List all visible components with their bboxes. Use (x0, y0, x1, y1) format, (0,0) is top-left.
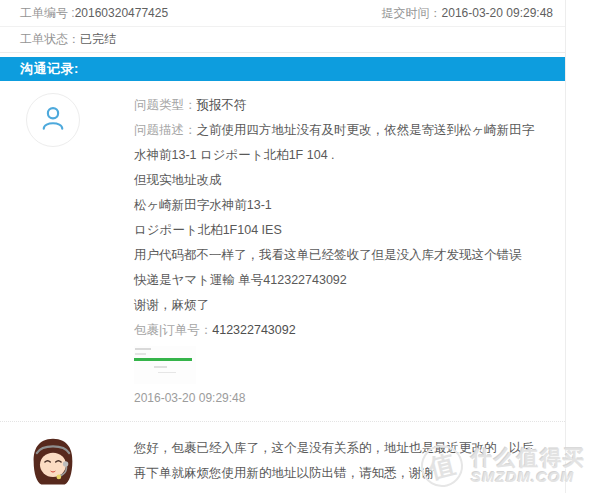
user-avatar (26, 93, 80, 147)
thumbnail-line (135, 353, 146, 355)
submit-time: 提交时间：2016-03-20 09:29:48 (382, 5, 553, 22)
order-status-label: 工单状态： (20, 32, 80, 46)
problem-desc-row: 问题描述：之前使用四方地址没有及时更改，依然是寄送到松ヶ崎新田字水神前13-1 … (134, 118, 543, 168)
message-text-line: ロジポート北柏1F104 IES (134, 218, 543, 243)
thumbnail-green-bar (134, 358, 192, 361)
message-text-line: 但现实地址改成 (134, 168, 543, 193)
message-text-line: 快递是ヤマト運輸 单号412322743092 (134, 268, 543, 293)
submit-time-label: 提交时间： (382, 6, 442, 20)
section-title: 沟通记录: (20, 61, 79, 76)
work-order-panel: 工单编号 :20160320477425 提交时间：2016-03-20 09:… (0, 0, 566, 493)
order-header-row: 工单编号 :20160320477425 提交时间：2016-03-20 09:… (0, 0, 565, 27)
person-icon (38, 103, 68, 137)
attachment-thumbnail[interactable] (134, 346, 196, 384)
agent-avatar (26, 436, 80, 490)
agent-message-body: 您好，包裹已经入库了，这个是没有关系的，地址也是最近更改的，以后再下单就麻烦您使… (134, 436, 565, 493)
thumbnail-line (135, 348, 151, 350)
problem-type-row: 问题类型：预报不符 (134, 93, 543, 118)
communication-log-title-bar: 沟通记录: (0, 57, 565, 81)
agent-message-text: 您好，包裹已经入库了，这个是没有关系的，地址也是最近更改的，以后再下单就麻烦您使… (134, 436, 543, 486)
user-message: 问题类型：预报不符 问题描述：之前使用四方地址没有及时更改，依然是寄送到松ヶ崎新… (0, 81, 565, 408)
problem-type-value: 预报不符 (197, 98, 247, 112)
thumbnail-line (154, 366, 167, 368)
order-status-value: 已完结 (80, 32, 116, 46)
problem-type-label: 问题类型： (134, 98, 197, 112)
message-text-line: 谢谢，麻烦了 (134, 293, 543, 318)
message-text-line: 松ヶ崎新田字水神前13-1 (134, 193, 543, 218)
package-order-row: 包裹|订单号：412322743092 (134, 318, 543, 343)
order-number-label: 工单编号 : (20, 6, 75, 20)
agent-avatar-column: kf22 (26, 436, 134, 493)
order-number-value: 20160320477425 (75, 6, 168, 20)
status-header-row: 工单状态：已完结 (0, 27, 565, 53)
submit-time-value: 2016-03-20 09:29:48 (442, 6, 553, 20)
problem-desc-label: 问题描述： (134, 123, 197, 137)
service-girl-icon (26, 476, 80, 493)
order-status: 工单状态：已完结 (20, 31, 116, 48)
user-avatar-column (26, 93, 134, 147)
thumbnail-line (158, 372, 176, 373)
package-order-label: 包裹|订单号： (134, 323, 212, 337)
order-number: 工单编号 :20160320477425 (20, 5, 168, 22)
message-text-line: 用户代码都不一样了，我看这单已经签收了但是没入库才发现这个错误 (134, 243, 543, 268)
user-message-body: 问题类型：预报不符 问题描述：之前使用四方地址没有及时更改，依然是寄送到松ヶ崎新… (134, 93, 565, 408)
user-message-timestamp: 2016-03-20 09:29:48 (134, 388, 543, 408)
package-order-number: 412322743092 (212, 323, 295, 337)
agent-message: kf22 您好，包裹已经入库了，这个是没有关系的，地址也是最近更改的，以后再下单… (0, 422, 565, 493)
